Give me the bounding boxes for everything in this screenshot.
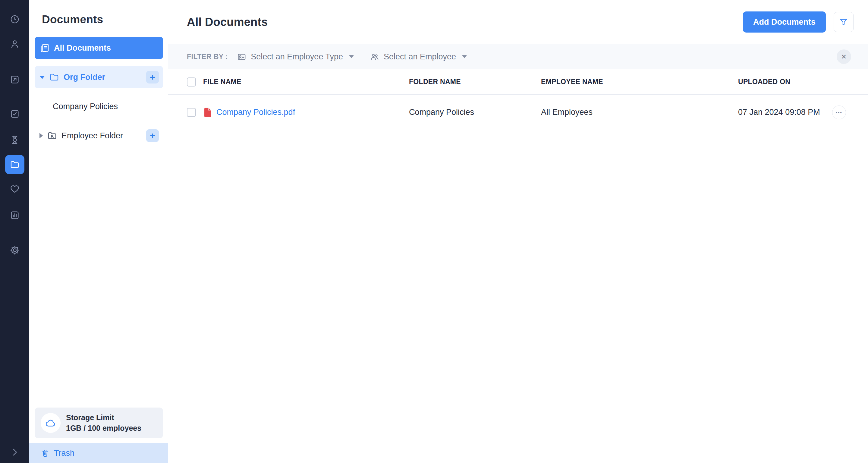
- sidebar-item-trash[interactable]: Trash: [29, 443, 168, 463]
- add-org-folder-button[interactable]: +: [146, 71, 159, 84]
- column-header-folder-name: FOLDER NAME: [409, 78, 541, 86]
- filter-by-label: FILTER BY :: [187, 53, 228, 61]
- clock-icon[interactable]: [8, 13, 22, 26]
- sidebar-item-label: Company Policies: [53, 102, 118, 111]
- sidebar-item-employee-folder[interactable]: Employee Folder +: [35, 124, 163, 147]
- filter-toggle-button[interactable]: [834, 12, 854, 32]
- documents-icon: [39, 43, 50, 53]
- add-employee-folder-button[interactable]: +: [146, 129, 159, 142]
- filter-divider: [362, 51, 362, 63]
- chevron-down-icon: [462, 55, 467, 58]
- row-more-actions-button[interactable]: •••: [832, 105, 846, 119]
- employee-type-dropdown-value: Select an Employee Type: [251, 52, 343, 61]
- employee-dropdown-value: Select an Employee: [384, 52, 456, 61]
- file-name-cell: Company Policies.pdf: [203, 107, 409, 118]
- user-icon[interactable]: [8, 37, 22, 51]
- uploaded-on-cell: 07 Jan 2024 09:08 PM: [738, 107, 827, 117]
- table-header-row: FILE NAME FOLDER NAME EMPLOYEE NAME UPLO…: [168, 69, 868, 95]
- sidebar-item-company-policies[interactable]: Company Policies: [35, 95, 163, 118]
- storage-limit-detail: 1GB / 100 employees: [66, 424, 141, 433]
- sidebar-item-label: Org Folder: [64, 73, 105, 82]
- employee-name-cell: All Employees: [541, 107, 738, 117]
- hourglass-icon[interactable]: [8, 133, 22, 147]
- storage-limit-title: Storage Limit: [66, 413, 141, 422]
- primary-nav: [0, 0, 29, 463]
- column-header-uploaded-on: UPLOADED ON: [738, 78, 827, 86]
- app-window: Documents All Documents Org Folder + Com…: [0, 0, 868, 463]
- sidebar-item-label: All Documents: [54, 43, 111, 53]
- trash-icon: [41, 449, 50, 458]
- chevron-down-icon: [349, 55, 354, 58]
- checklist-icon[interactable]: [8, 107, 22, 121]
- add-documents-button[interactable]: Add Documents: [743, 11, 826, 33]
- gear-icon[interactable]: [8, 244, 22, 257]
- header-actions: Add Documents: [743, 11, 854, 33]
- page-header: All Documents Add Documents: [168, 0, 868, 44]
- sidebar-item-org-folder[interactable]: Org Folder +: [35, 66, 163, 88]
- table-row: Company Policies.pdf Company Policies Al…: [168, 95, 868, 130]
- sidebar-title: Documents: [42, 13, 163, 26]
- trash-label: Trash: [54, 449, 74, 458]
- sidebar-item-label: Employee Folder: [61, 131, 123, 141]
- expand-chevron-icon[interactable]: [8, 445, 22, 459]
- funnel-icon: [839, 18, 848, 27]
- employee-type-icon: [237, 52, 247, 61]
- sidebar-item-all-documents[interactable]: All Documents: [35, 37, 163, 59]
- clear-filters-button[interactable]: ×: [837, 50, 851, 64]
- file-name-link[interactable]: Company Policies.pdf: [216, 107, 295, 117]
- documents-sidebar: Documents All Documents Org Folder + Com…: [29, 0, 168, 463]
- storage-limit-card: Storage Limit 1GB / 100 employees: [35, 407, 163, 438]
- employee-folder-icon: [47, 130, 57, 141]
- cloud-icon: [41, 413, 61, 433]
- chevron-right-icon[interactable]: [39, 133, 43, 138]
- org-folder-icon: [49, 72, 59, 82]
- column-header-employee-name: EMPLOYEE NAME: [541, 78, 738, 86]
- main-content: All Documents Add Documents FILTER BY : …: [168, 0, 868, 463]
- chevron-down-icon[interactable]: [39, 76, 45, 79]
- row-checkbox[interactable]: [187, 108, 196, 117]
- page-title: All Documents: [187, 16, 268, 29]
- folder-name-cell: Company Policies: [409, 107, 541, 117]
- column-header-file-name: FILE NAME: [203, 78, 409, 86]
- folder-icon[interactable]: [5, 155, 24, 174]
- select-all-checkbox[interactable]: [187, 78, 196, 87]
- employee-type-dropdown[interactable]: Select an Employee Type: [237, 52, 354, 61]
- bar-chart-icon[interactable]: [8, 209, 22, 222]
- employee-dropdown[interactable]: Select an Employee: [370, 52, 467, 61]
- box-arrow-icon[interactable]: [8, 73, 22, 86]
- employees-icon: [370, 52, 379, 61]
- heart-icon[interactable]: [8, 183, 22, 196]
- pdf-file-icon: [203, 107, 212, 118]
- filter-bar: FILTER BY : Select an Employee Type Sele…: [168, 44, 868, 69]
